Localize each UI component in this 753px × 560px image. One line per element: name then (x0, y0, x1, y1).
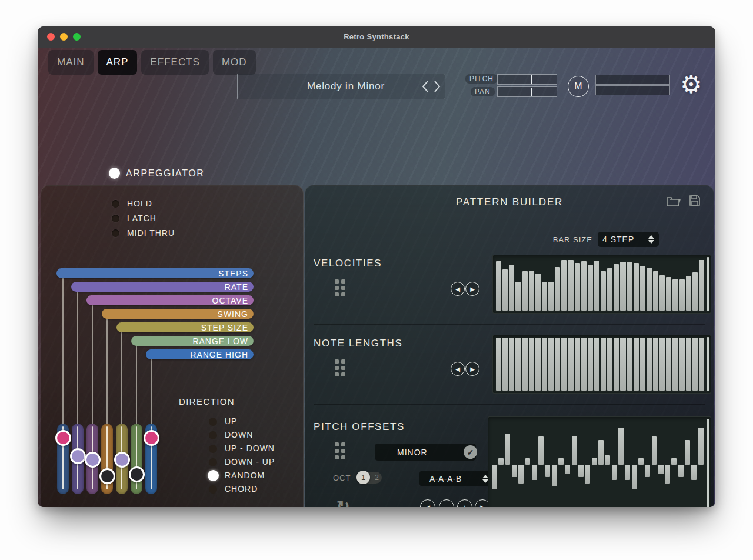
tab-mod[interactable]: MOD (213, 50, 256, 75)
pan-slider[interactable] (497, 86, 557, 97)
velocities-bar[interactable] (627, 262, 632, 311)
param-bar-range-high[interactable]: RANGE HIGH (146, 349, 254, 359)
pitch-offset-bar[interactable] (498, 458, 504, 465)
param-bar-swing[interactable]: SWING (102, 309, 254, 319)
note-lengths-bar[interactable] (653, 338, 658, 391)
param-slider-knob-rate[interactable] (70, 448, 86, 464)
velocities-bar[interactable] (496, 261, 501, 311)
note-lengths-chart-scrollbar[interactable] (707, 337, 709, 391)
direction-radio-down[interactable] (209, 431, 217, 439)
velocities-bar[interactable] (581, 261, 587, 311)
pitch-offset-bar[interactable] (578, 465, 584, 477)
note-lengths-chart[interactable] (492, 335, 711, 394)
note-lengths-shift-left-button[interactable]: ◀ (451, 362, 465, 376)
note-lengths-bar[interactable] (679, 338, 685, 391)
param-bar-range-low[interactable]: RANGE LOW (131, 336, 254, 346)
note-lengths-bar[interactable] (594, 338, 599, 391)
velocities-bar[interactable] (561, 260, 567, 311)
note-lengths-bar[interactable] (522, 338, 528, 391)
note-lengths-bar[interactable] (535, 338, 541, 391)
pitch-offset-bar[interactable] (632, 465, 637, 489)
velocities-chart[interactable] (492, 255, 711, 314)
pitch-offset-bar[interactable] (505, 434, 511, 465)
velocities-randomize-dice-icon[interactable] (335, 279, 345, 296)
note-lengths-bar[interactable] (581, 338, 587, 391)
sequence-select[interactable]: A-A-A-B (419, 471, 494, 486)
velocities-bar[interactable] (647, 268, 652, 311)
pitch-offset-bar[interactable] (691, 465, 697, 480)
pitch-offset-bar[interactable] (658, 465, 664, 474)
pitch-offset-bar[interactable] (618, 428, 624, 465)
velocities-bar[interactable] (548, 282, 554, 311)
pitch-slider[interactable] (497, 74, 557, 85)
note-lengths-bar[interactable] (502, 338, 508, 391)
pitch-offset-bar[interactable] (592, 458, 597, 465)
tab-effects[interactable]: EFFECTS (141, 50, 208, 75)
param-slider-octave[interactable] (86, 424, 98, 494)
velocities-bar[interactable] (529, 271, 534, 311)
velocities-bar[interactable] (640, 266, 645, 311)
pitch-offset-bar[interactable] (558, 458, 564, 465)
velocities-bar[interactable] (659, 275, 665, 311)
param-slider-knob-octave[interactable] (85, 452, 101, 468)
param-bar-octave[interactable]: OCTAVE (86, 295, 254, 305)
velocities-bar[interactable] (679, 279, 685, 311)
param-slider-knob-step-size[interactable] (114, 452, 130, 468)
param-slider-range-high[interactable] (145, 424, 157, 494)
direction-radio-up-down[interactable] (209, 445, 217, 453)
param-slider-rate[interactable] (72, 424, 84, 494)
note-lengths-bar[interactable] (640, 338, 645, 391)
velocities-bar[interactable] (692, 272, 698, 311)
param-slider-range-low[interactable] (131, 424, 142, 494)
toggle-hold[interactable] (112, 200, 119, 208)
velocities-bar[interactable] (509, 265, 514, 311)
velocities-bar[interactable] (601, 271, 606, 311)
note-lengths-bar[interactable] (666, 338, 671, 391)
param-slider-knob-range-low[interactable] (129, 466, 145, 482)
pitch-offset-bar[interactable] (612, 465, 617, 480)
direction-radio-random[interactable] (208, 470, 219, 481)
velocities-bar[interactable] (634, 263, 639, 311)
param-slider-steps[interactable] (57, 424, 69, 494)
toggle-midi-thru[interactable] (112, 229, 119, 237)
velocities-chart-scrollbar[interactable] (707, 257, 709, 311)
note-lengths-bar[interactable] (659, 338, 665, 391)
note-lengths-bar[interactable] (699, 338, 704, 391)
pitch-offset-bar[interactable] (685, 440, 690, 465)
load-pattern-folder-icon[interactable] (667, 195, 681, 207)
note-lengths-bar[interactable] (561, 338, 567, 391)
preset-next-icon[interactable] (433, 80, 441, 93)
velocities-bar[interactable] (535, 274, 541, 311)
pitch-offsets-randomize-dice-icon[interactable] (335, 442, 345, 459)
octave-toggle-knob[interactable]: 1 (356, 471, 370, 484)
octave-range-toggle[interactable]: 1 2 (357, 472, 382, 484)
note-lengths-bar[interactable] (548, 338, 554, 391)
pitch-offset-bar[interactable] (532, 465, 537, 480)
pitch-offset-bar[interactable] (665, 465, 670, 484)
param-bar-rate[interactable]: RATE (71, 282, 254, 292)
note-lengths-bar[interactable] (686, 338, 691, 391)
regenerate-refresh-icon[interactable]: ↻ (336, 497, 350, 507)
pitch-offset-bar[interactable] (492, 465, 497, 489)
apply-scale-check-button[interactable]: ✓ (464, 445, 477, 459)
pitch-offset-bar[interactable] (525, 458, 531, 465)
param-slider-knob-swing[interactable] (99, 468, 115, 484)
note-lengths-bar[interactable] (627, 338, 632, 391)
note-lengths-bar[interactable] (496, 338, 501, 391)
note-lengths-bar[interactable] (555, 338, 560, 391)
direction-radio-down-up[interactable] (209, 458, 217, 466)
velocities-bar[interactable] (568, 260, 573, 311)
velocities-bar[interactable] (666, 277, 671, 311)
tab-arp[interactable]: ARP (98, 50, 138, 75)
pitch-offset-bar[interactable] (552, 465, 557, 486)
pitch-offsets-chart-scrollbar[interactable] (707, 419, 709, 507)
pitch-offset-bar[interactable] (625, 465, 630, 480)
note-lengths-shift-right-button[interactable]: ▶ (465, 362, 479, 376)
pitch-offset-bar[interactable] (565, 465, 570, 474)
velocities-bar[interactable] (672, 279, 678, 311)
note-lengths-bar[interactable] (647, 338, 652, 391)
velocities-bar[interactable] (588, 265, 593, 311)
direction-radio-up[interactable] (209, 418, 217, 426)
velocities-bar[interactable] (555, 267, 560, 311)
toggle-latch[interactable] (112, 215, 119, 222)
